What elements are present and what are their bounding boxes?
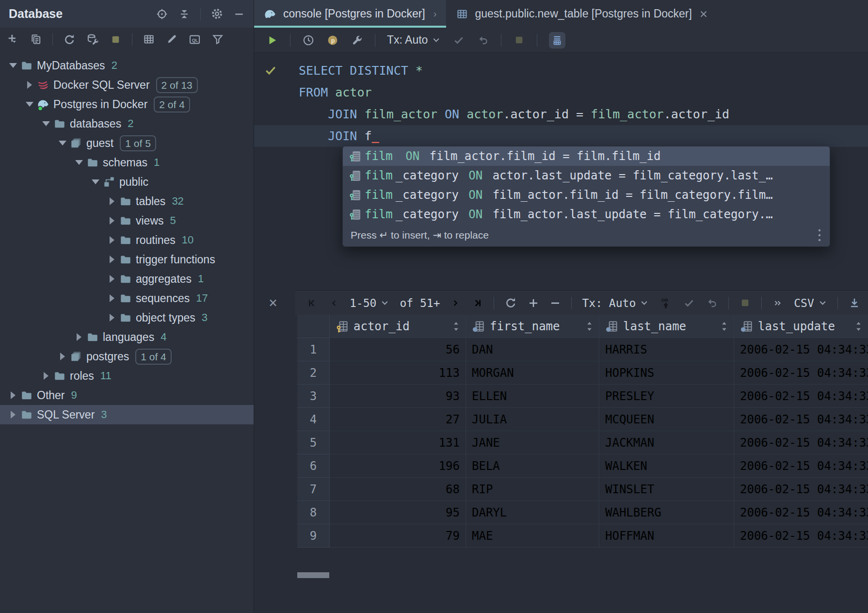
cell-first_name[interactable]: JULIA <box>466 408 599 431</box>
close-icon[interactable] <box>698 9 709 19</box>
tree-item-object-types[interactable]: object types3 <box>0 308 254 327</box>
cell-last_update[interactable]: 2006-02-15 04:34:33.00 <box>734 478 868 501</box>
cell-last_update[interactable]: 2006-02-15 04:34:33.00 <box>734 408 868 431</box>
kebab-menu-icon[interactable] <box>817 228 822 242</box>
prev-page-icon[interactable] <box>329 297 339 309</box>
chevron-right-icon[interactable]: › <box>434 8 437 19</box>
hide-minus-icon[interactable] <box>233 8 245 20</box>
first-page-icon[interactable] <box>306 297 319 309</box>
row-number[interactable]: 4 <box>297 408 330 431</box>
cell-actor_id[interactable]: 56 <box>330 338 466 361</box>
row-number[interactable]: 1 <box>297 338 330 361</box>
cell-actor_id[interactable]: 131 <box>330 431 466 454</box>
cell-first_name[interactable]: ELLEN <box>466 385 599 408</box>
tree-item-roles[interactable]: roles11 <box>0 366 254 386</box>
stop-icon[interactable] <box>513 34 525 46</box>
chevron-expanded-icon[interactable] <box>88 179 103 184</box>
chevron-collapsed-icon[interactable] <box>105 294 119 302</box>
completion-item[interactable]: film_category ON actor.last_update = fil… <box>343 166 830 185</box>
collapse-all-icon[interactable] <box>178 8 191 20</box>
cell-last_update[interactable]: 2006-02-15 04:34:33.00 <box>734 385 868 408</box>
cell-last_update[interactable]: 2006-02-15 04:34:33.00 <box>734 361 868 385</box>
next-page-icon[interactable] <box>450 297 461 309</box>
tree-item-routines[interactable]: routines10 <box>0 230 254 250</box>
chevron-collapsed-icon[interactable] <box>55 353 70 360</box>
cell-first_name[interactable]: BELA <box>466 454 599 478</box>
tree-item-trigger-functions[interactable]: trigger functions <box>0 250 254 269</box>
profiler-p-icon[interactable]: p <box>326 34 339 47</box>
cell-actor_id[interactable]: 68 <box>330 478 466 501</box>
sort-icon[interactable] <box>586 321 593 332</box>
edit-pencil-icon[interactable] <box>165 33 178 46</box>
row-number[interactable]: 2 <box>297 361 330 385</box>
chevron-collapsed-icon[interactable] <box>105 314 119 322</box>
tree-item-sequences[interactable]: sequences17 <box>0 289 254 308</box>
code-line-3[interactable]: JOIN film_actor ON actor.actor_id = film… <box>254 103 868 125</box>
last-page-icon[interactable] <box>471 297 483 309</box>
chevron-collapsed-icon[interactable] <box>105 197 119 205</box>
rollback-icon[interactable] <box>706 297 718 309</box>
close-results-icon[interactable]: × <box>269 295 277 310</box>
refresh-icon[interactable] <box>63 33 76 46</box>
filter-funnel-icon[interactable] <box>211 33 224 46</box>
tree-item-postgres-in-docker[interactable]: Postgres in Docker2 of 4 <box>0 95 254 114</box>
tab-console[interactable]: console [Postgres in Docker]› <box>254 0 446 28</box>
stop-icon[interactable] <box>739 297 751 309</box>
settings-gear-icon[interactable] <box>210 7 224 20</box>
tab-table[interactable]: guest.public.new_table [Postgres in Dock… <box>446 0 718 28</box>
sort-icon[interactable] <box>452 321 460 332</box>
code-line-2[interactable]: FROM actor <box>254 81 868 103</box>
chevron-expanded-icon[interactable] <box>72 160 86 165</box>
download-icon[interactable] <box>848 297 861 309</box>
chevron-collapsed-icon[interactable] <box>6 411 20 419</box>
row-number[interactable]: 7 <box>297 478 330 501</box>
cell-last_update[interactable]: 2006-02-15 04:34:33.00 <box>734 454 868 478</box>
tree-item-mydatabases[interactable]: MyDatabases2 <box>0 56 254 75</box>
cell-first_name[interactable]: DAN <box>466 338 599 361</box>
cell-actor_id[interactable]: 93 <box>330 385 466 408</box>
cell-actor_id[interactable]: 27 <box>330 408 466 431</box>
column-header-last_name[interactable]: last_name <box>599 315 734 338</box>
cell-actor_id[interactable]: 95 <box>330 501 466 524</box>
sort-icon[interactable] <box>721 321 728 332</box>
reload-page-icon[interactable] <box>504 296 517 309</box>
duplicate-icon[interactable] <box>30 33 42 46</box>
cell-last_update[interactable]: 2006-02-15 04:34:33.00 <box>734 524 868 548</box>
cell-last_name[interactable]: WINSLET <box>599 478 734 501</box>
cell-last_name[interactable]: MCQUEEN <box>599 408 734 431</box>
db-upload-icon[interactable]: DB <box>659 296 673 310</box>
column-header-actor_id[interactable]: actor_id <box>330 315 466 338</box>
tree-item-aggregates[interactable]: aggregates1 <box>0 269 254 289</box>
completion-item[interactable]: film_category ON film_actor.film_id = fi… <box>343 185 830 205</box>
tree-item-docker-sql-server[interactable]: Docker SQL Server2 of 13 <box>0 75 254 95</box>
chevron-collapsed-icon[interactable] <box>22 81 37 89</box>
cell-last_name[interactable]: HOPKINS <box>599 361 734 385</box>
datasource-properties-icon[interactable] <box>86 33 99 46</box>
cell-actor_id[interactable]: 196 <box>330 454 466 478</box>
cell-first_name[interactable]: MORGAN <box>466 361 599 385</box>
table-icon[interactable] <box>143 33 155 46</box>
commit-check-icon[interactable] <box>683 297 695 309</box>
tree-item-guest[interactable]: guest1 of 5 <box>0 133 254 153</box>
chevron-collapsed-icon[interactable] <box>105 275 119 283</box>
add-icon[interactable] <box>7 33 19 46</box>
cell-last_name[interactable]: WALKEN <box>599 454 734 478</box>
row-number[interactable]: 8 <box>297 501 330 524</box>
cell-first_name[interactable]: MAE <box>466 524 599 548</box>
cell-last_name[interactable]: HARRIS <box>599 338 734 361</box>
chevron-collapsed-icon[interactable] <box>72 333 86 341</box>
tree-item-views[interactable]: views5 <box>0 211 254 230</box>
cell-actor_id[interactable]: 113 <box>330 361 466 385</box>
column-header-last_update[interactable]: last_update <box>734 315 868 338</box>
code-line-1[interactable]: SELECT DISTINCT * <box>254 60 868 81</box>
cell-first_name[interactable]: DARYL <box>466 501 599 524</box>
chevron-expanded-icon[interactable] <box>55 141 70 145</box>
run-icon[interactable] <box>266 34 278 47</box>
chevron-collapsed-icon[interactable] <box>6 391 20 399</box>
sort-icon[interactable] <box>855 321 862 332</box>
chevron-expanded-icon[interactable] <box>39 121 53 126</box>
row-number[interactable]: 3 <box>297 385 330 408</box>
cell-first_name[interactable]: JANE <box>466 431 599 454</box>
tx-mode-dropdown[interactable]: Tx: Auto <box>387 33 441 47</box>
chevron-collapsed-icon[interactable] <box>105 217 119 225</box>
